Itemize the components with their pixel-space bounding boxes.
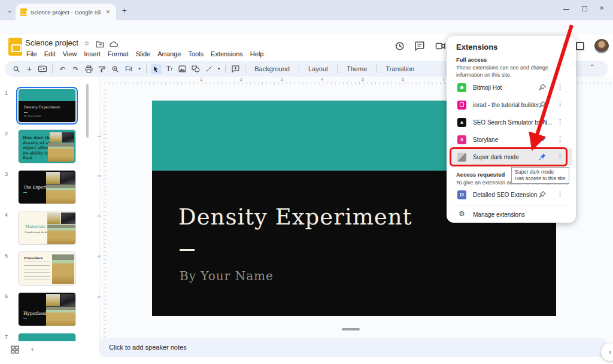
pin-filled-icon[interactable] xyxy=(538,135,547,144)
move-folder-icon[interactable] xyxy=(96,41,104,48)
pin-outline-icon[interactable] xyxy=(538,101,547,109)
document-title[interactable]: Science project xyxy=(25,38,78,47)
zoom-in-icon[interactable] xyxy=(110,64,120,74)
filmstrip-scrollbar[interactable] xyxy=(86,84,89,138)
menu-tools[interactable]: Tools xyxy=(184,49,207,59)
panel-divider xyxy=(453,205,570,205)
menu-edit[interactable]: Edit xyxy=(41,49,59,59)
extension-more-icon[interactable]: ⋮ xyxy=(557,83,563,91)
redo-button[interactable]: ↷ xyxy=(70,64,81,74)
extension-row-bitmoji[interactable]: ☻ Bitmoji Hot ⋮ xyxy=(450,79,572,96)
slides-logo-icon[interactable] xyxy=(8,38,22,56)
slide-thumbnail-2[interactable]: How does the density of an object affect… xyxy=(18,129,76,163)
text-box-tool-button[interactable]: TT xyxy=(164,64,175,74)
window-minimize-button[interactable] xyxy=(563,9,569,10)
slide-thumbnail-4[interactable]: Materials Found around the house xyxy=(18,211,76,245)
window-maximize-button[interactable] xyxy=(582,6,587,11)
menu-arrange[interactable]: Arrange xyxy=(154,49,184,59)
transition-button[interactable]: Transition xyxy=(381,65,419,72)
annotation-highlight-rectangle xyxy=(450,147,568,166)
undo-button[interactable]: ↶ xyxy=(57,64,68,74)
extensions-panel-close-icon[interactable]: ✕ xyxy=(563,42,568,48)
browser-tab[interactable]: Science project - Google Slides ✕ xyxy=(16,4,116,20)
thumb-photo xyxy=(47,225,75,244)
menu-help[interactable]: Help xyxy=(247,49,268,59)
layout-button[interactable]: Layout xyxy=(304,65,333,72)
full-access-header: Full access xyxy=(456,56,487,63)
print-button[interactable] xyxy=(83,64,94,74)
extensions-panel-title: Extensions xyxy=(456,43,497,51)
toolbar-divider xyxy=(245,65,245,73)
menu-file[interactable]: File xyxy=(23,49,41,59)
insert-image-button[interactable] xyxy=(177,64,188,74)
filmstrip-collapse-chevron-icon[interactable]: ‹ xyxy=(31,345,34,353)
window-close-button[interactable]: ✕ xyxy=(599,5,604,11)
insert-shape-button[interactable] xyxy=(190,64,201,74)
new-slide-button[interactable]: + xyxy=(24,64,35,74)
search-menus-icon[interactable] xyxy=(11,64,22,74)
insert-line-button[interactable] xyxy=(204,64,214,74)
new-tab-button[interactable]: + xyxy=(122,6,127,15)
extension-row-detailed-seo[interactable]: D Detailed SEO Extension ⋮ xyxy=(450,186,572,204)
extension-more-icon[interactable]: ⋮ xyxy=(557,101,563,108)
select-tool-button[interactable] xyxy=(151,64,162,74)
extension-more-icon[interactable]: ⋮ xyxy=(557,118,563,126)
slide-byline-text[interactable]: By Your Name xyxy=(180,269,274,283)
background-button[interactable]: Background xyxy=(250,65,295,72)
extension-row-iorad[interactable]: iorad - the tutorial builder ⋮ xyxy=(450,96,572,114)
star-document-icon[interactable]: ☆ xyxy=(84,40,90,47)
extension-more-icon[interactable]: ⋮ xyxy=(557,190,563,198)
seo-simulator-icon: ᴥ xyxy=(457,118,466,127)
cloud-status-icon[interactable] xyxy=(110,41,119,48)
paint-format-icon[interactable] xyxy=(96,64,107,74)
slide-thumbnail-1[interactable]: Density Experiment By Your Name xyxy=(18,89,76,123)
extension-row-storylane[interactable]: s Storylane ⋮ xyxy=(450,131,572,148)
pin-outline-icon[interactable] xyxy=(538,190,547,199)
theme-button[interactable]: Theme xyxy=(342,65,372,72)
thumb-number: 1 xyxy=(5,90,8,96)
account-avatar[interactable] xyxy=(594,39,609,53)
ruler-number: 1 xyxy=(200,77,202,81)
slideshow-button[interactable] xyxy=(576,42,584,50)
tab-close-icon[interactable]: ✕ xyxy=(104,8,111,16)
pin-filled-icon[interactable] xyxy=(538,118,547,126)
insert-comment-button[interactable] xyxy=(230,64,241,74)
browser-tab-strip: ⌄ Science project - Google Slides ✕ + ✕ xyxy=(0,0,613,20)
menu-slide[interactable]: Slide xyxy=(132,49,154,59)
ruler-number: 6 xyxy=(402,77,404,81)
zoom-select[interactable]: Fit xyxy=(123,65,135,72)
manage-extensions-button[interactable]: ⚙ Manage extensions xyxy=(450,206,572,223)
extension-row-seo-simulator[interactable]: ᴥ SEO Search Simulator by N... ⋮ xyxy=(450,114,572,131)
speaker-notes-box[interactable]: Click to add speaker notes xyxy=(99,338,606,357)
menu-view[interactable]: View xyxy=(59,49,81,59)
zoom-select-caret-icon[interactable]: ▾ xyxy=(137,66,142,71)
menu-insert[interactable]: Insert xyxy=(80,49,104,59)
slide-thumbnail-6[interactable]: Hypothesis xyxy=(18,292,76,326)
comments-icon[interactable] xyxy=(414,41,425,51)
version-history-icon[interactable] xyxy=(394,41,405,51)
tab-search-chevron-icon[interactable]: ⌄ xyxy=(4,4,16,16)
menu-extensions[interactable]: Extensions xyxy=(207,49,247,59)
thumb-dash xyxy=(23,192,27,193)
meet-camera-icon[interactable] xyxy=(435,41,446,51)
toolbar-divider xyxy=(146,65,147,73)
slide-title-text[interactable]: Density Experiment xyxy=(178,204,412,230)
grid-view-button[interactable] xyxy=(11,345,19,354)
notes-resize-handle[interactable] xyxy=(342,328,360,330)
ruler-number: 2 xyxy=(97,175,101,177)
thumb-title: Procedure xyxy=(24,256,43,260)
gear-icon: ⚙ xyxy=(459,210,465,218)
extension-more-icon[interactable]: ⋮ xyxy=(557,135,563,143)
hide-menus-chevron-icon[interactable]: ⌃ xyxy=(590,63,594,70)
menu-format[interactable]: Format xyxy=(104,49,132,59)
extensions-panel: Extensions ✕ Full access These extension… xyxy=(447,36,576,223)
thumb-photo xyxy=(46,172,60,184)
line-tool-caret-icon[interactable]: ▾ xyxy=(217,66,221,71)
slide-thumbnail-7[interactable] xyxy=(18,333,76,341)
slide-thumbnail-5[interactable]: Procedure xyxy=(18,251,76,286)
present-view-icon[interactable] xyxy=(37,64,48,74)
detailed-seo-icon: D xyxy=(457,190,466,199)
ruler-number: 3 xyxy=(97,216,101,218)
pin-outline-icon[interactable] xyxy=(538,83,547,92)
slide-thumbnail-3[interactable]: The Experiment xyxy=(18,170,76,204)
